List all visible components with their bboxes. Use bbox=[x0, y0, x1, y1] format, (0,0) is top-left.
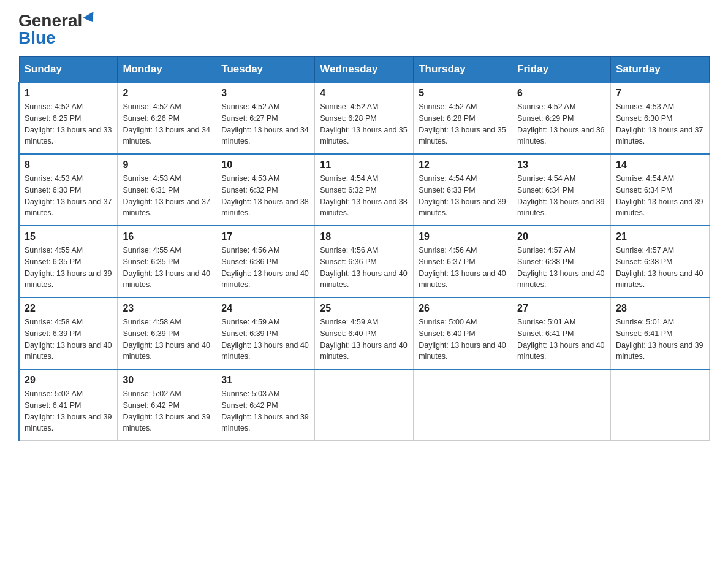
day-number: 21 bbox=[616, 231, 704, 242]
calendar-week-row: 22 Sunrise: 4:58 AM Sunset: 6:39 PM Dayl… bbox=[19, 297, 710, 369]
day-info: Sunrise: 5:02 AM Sunset: 6:41 PM Dayligh… bbox=[25, 388, 112, 434]
day-info: Sunrise: 4:57 AM Sunset: 6:38 PM Dayligh… bbox=[616, 245, 704, 291]
day-number: 3 bbox=[221, 88, 309, 99]
calendar-day-cell: 15 Sunrise: 4:55 AM Sunset: 6:35 PM Dayl… bbox=[19, 226, 118, 297]
day-info: Sunrise: 5:03 AM Sunset: 6:42 PM Dayligh… bbox=[221, 388, 309, 434]
logo-blue-text: Blue bbox=[18, 29, 56, 47]
day-number: 11 bbox=[320, 159, 408, 170]
day-number: 26 bbox=[419, 303, 507, 314]
day-info: Sunrise: 4:52 AM Sunset: 6:28 PM Dayligh… bbox=[419, 101, 507, 147]
logo-general-text: General bbox=[18, 12, 82, 29]
calendar-day-header: Wednesday bbox=[315, 57, 414, 83]
calendar-day-cell: 26 Sunrise: 5:00 AM Sunset: 6:40 PM Dayl… bbox=[414, 297, 512, 369]
day-info: Sunrise: 4:52 AM Sunset: 6:26 PM Dayligh… bbox=[123, 101, 211, 147]
day-info: Sunrise: 4:52 AM Sunset: 6:28 PM Dayligh… bbox=[320, 101, 408, 147]
calendar-day-cell: 7 Sunrise: 4:53 AM Sunset: 6:30 PM Dayli… bbox=[611, 82, 710, 154]
day-number: 4 bbox=[320, 88, 408, 99]
calendar-day-cell: 28 Sunrise: 5:01 AM Sunset: 6:41 PM Dayl… bbox=[611, 297, 710, 369]
calendar-day-header: Friday bbox=[512, 57, 611, 83]
calendar-day-cell: 8 Sunrise: 4:53 AM Sunset: 6:30 PM Dayli… bbox=[19, 154, 118, 226]
day-number: 22 bbox=[25, 303, 112, 314]
day-info: Sunrise: 4:56 AM Sunset: 6:36 PM Dayligh… bbox=[221, 245, 309, 291]
calendar-day-cell bbox=[315, 369, 414, 441]
day-info: Sunrise: 4:55 AM Sunset: 6:35 PM Dayligh… bbox=[123, 245, 211, 291]
day-info: Sunrise: 4:53 AM Sunset: 6:30 PM Dayligh… bbox=[25, 173, 112, 219]
calendar-week-row: 29 Sunrise: 5:02 AM Sunset: 6:41 PM Dayl… bbox=[19, 369, 710, 441]
calendar-day-cell: 31 Sunrise: 5:03 AM Sunset: 6:42 PM Dayl… bbox=[216, 369, 315, 441]
day-info: Sunrise: 4:57 AM Sunset: 6:38 PM Dayligh… bbox=[517, 245, 605, 291]
calendar-day-cell: 21 Sunrise: 4:57 AM Sunset: 6:38 PM Dayl… bbox=[611, 226, 710, 297]
day-number: 27 bbox=[517, 303, 605, 314]
day-info: Sunrise: 4:54 AM Sunset: 6:32 PM Dayligh… bbox=[320, 173, 408, 219]
day-info: Sunrise: 5:02 AM Sunset: 6:42 PM Dayligh… bbox=[123, 388, 211, 434]
calendar-day-cell: 22 Sunrise: 4:58 AM Sunset: 6:39 PM Dayl… bbox=[19, 297, 118, 369]
calendar-day-cell: 23 Sunrise: 4:58 AM Sunset: 6:39 PM Dayl… bbox=[118, 297, 216, 369]
calendar-day-header: Monday bbox=[118, 57, 216, 83]
day-number: 17 bbox=[221, 231, 309, 242]
calendar-day-cell: 18 Sunrise: 4:56 AM Sunset: 6:36 PM Dayl… bbox=[315, 226, 414, 297]
day-number: 14 bbox=[616, 159, 704, 170]
day-number: 2 bbox=[123, 88, 211, 99]
day-number: 16 bbox=[123, 231, 211, 242]
day-info: Sunrise: 4:52 AM Sunset: 6:25 PM Dayligh… bbox=[25, 101, 112, 147]
calendar-day-cell: 16 Sunrise: 4:55 AM Sunset: 6:35 PM Dayl… bbox=[118, 226, 216, 297]
calendar-day-cell: 19 Sunrise: 4:56 AM Sunset: 6:37 PM Dayl… bbox=[414, 226, 512, 297]
calendar-day-cell: 17 Sunrise: 4:56 AM Sunset: 6:36 PM Dayl… bbox=[216, 226, 315, 297]
logo: General Blue bbox=[18, 12, 94, 47]
day-info: Sunrise: 4:59 AM Sunset: 6:40 PM Dayligh… bbox=[320, 316, 408, 362]
calendar-day-cell: 13 Sunrise: 4:54 AM Sunset: 6:34 PM Dayl… bbox=[512, 154, 611, 226]
calendar-table: SundayMondayTuesdayWednesdayThursdayFrid… bbox=[18, 56, 710, 441]
day-info: Sunrise: 4:54 AM Sunset: 6:34 PM Dayligh… bbox=[616, 173, 704, 219]
calendar-day-cell: 3 Sunrise: 4:52 AM Sunset: 6:27 PM Dayli… bbox=[216, 82, 315, 154]
calendar-week-row: 15 Sunrise: 4:55 AM Sunset: 6:35 PM Dayl… bbox=[19, 226, 710, 297]
day-number: 28 bbox=[616, 303, 704, 314]
day-number: 7 bbox=[616, 88, 704, 99]
day-info: Sunrise: 4:56 AM Sunset: 6:36 PM Dayligh… bbox=[320, 245, 408, 291]
day-info: Sunrise: 4:52 AM Sunset: 6:29 PM Dayligh… bbox=[517, 101, 605, 147]
logo-arrow-icon bbox=[83, 12, 98, 25]
day-info: Sunrise: 4:53 AM Sunset: 6:31 PM Dayligh… bbox=[123, 173, 211, 219]
day-info: Sunrise: 5:00 AM Sunset: 6:40 PM Dayligh… bbox=[419, 316, 507, 362]
day-number: 5 bbox=[419, 88, 507, 99]
calendar-day-cell: 6 Sunrise: 4:52 AM Sunset: 6:29 PM Dayli… bbox=[512, 82, 611, 154]
day-number: 8 bbox=[25, 159, 112, 170]
day-number: 15 bbox=[25, 231, 112, 242]
day-info: Sunrise: 4:53 AM Sunset: 6:30 PM Dayligh… bbox=[616, 101, 704, 147]
calendar-week-row: 8 Sunrise: 4:53 AM Sunset: 6:30 PM Dayli… bbox=[19, 154, 710, 226]
day-number: 9 bbox=[123, 159, 211, 170]
day-info: Sunrise: 4:56 AM Sunset: 6:37 PM Dayligh… bbox=[419, 245, 507, 291]
day-number: 12 bbox=[419, 159, 507, 170]
day-number: 31 bbox=[221, 375, 309, 386]
calendar-day-header: Thursday bbox=[414, 57, 512, 83]
calendar-day-cell bbox=[611, 369, 710, 441]
calendar-day-cell: 4 Sunrise: 4:52 AM Sunset: 6:28 PM Dayli… bbox=[315, 82, 414, 154]
calendar-day-cell: 2 Sunrise: 4:52 AM Sunset: 6:26 PM Dayli… bbox=[118, 82, 216, 154]
calendar-day-cell: 20 Sunrise: 4:57 AM Sunset: 6:38 PM Dayl… bbox=[512, 226, 611, 297]
day-info: Sunrise: 5:01 AM Sunset: 6:41 PM Dayligh… bbox=[616, 316, 704, 362]
day-info: Sunrise: 4:52 AM Sunset: 6:27 PM Dayligh… bbox=[221, 101, 309, 147]
calendar-day-cell bbox=[414, 369, 512, 441]
calendar-day-cell: 30 Sunrise: 5:02 AM Sunset: 6:42 PM Dayl… bbox=[118, 369, 216, 441]
day-number: 18 bbox=[320, 231, 408, 242]
day-number: 1 bbox=[25, 88, 112, 99]
calendar-day-cell: 9 Sunrise: 4:53 AM Sunset: 6:31 PM Dayli… bbox=[118, 154, 216, 226]
calendar-day-cell: 24 Sunrise: 4:59 AM Sunset: 6:39 PM Dayl… bbox=[216, 297, 315, 369]
day-number: 10 bbox=[221, 159, 309, 170]
day-info: Sunrise: 5:01 AM Sunset: 6:41 PM Dayligh… bbox=[517, 316, 605, 362]
day-number: 13 bbox=[517, 159, 605, 170]
day-number: 30 bbox=[123, 375, 211, 386]
calendar-day-cell: 12 Sunrise: 4:54 AM Sunset: 6:33 PM Dayl… bbox=[414, 154, 512, 226]
calendar-day-header: Saturday bbox=[611, 57, 710, 83]
day-info: Sunrise: 4:58 AM Sunset: 6:39 PM Dayligh… bbox=[25, 316, 112, 362]
day-info: Sunrise: 4:53 AM Sunset: 6:32 PM Dayligh… bbox=[221, 173, 309, 219]
calendar-day-cell: 25 Sunrise: 4:59 AM Sunset: 6:40 PM Dayl… bbox=[315, 297, 414, 369]
calendar-day-cell bbox=[512, 369, 611, 441]
calendar-day-cell: 11 Sunrise: 4:54 AM Sunset: 6:32 PM Dayl… bbox=[315, 154, 414, 226]
day-info: Sunrise: 4:55 AM Sunset: 6:35 PM Dayligh… bbox=[25, 245, 112, 291]
day-number: 20 bbox=[517, 231, 605, 242]
day-number: 19 bbox=[419, 231, 507, 242]
day-number: 25 bbox=[320, 303, 408, 314]
calendar-day-cell: 10 Sunrise: 4:53 AM Sunset: 6:32 PM Dayl… bbox=[216, 154, 315, 226]
calendar-day-cell: 29 Sunrise: 5:02 AM Sunset: 6:41 PM Dayl… bbox=[19, 369, 118, 441]
calendar-day-header: Sunday bbox=[19, 57, 118, 83]
